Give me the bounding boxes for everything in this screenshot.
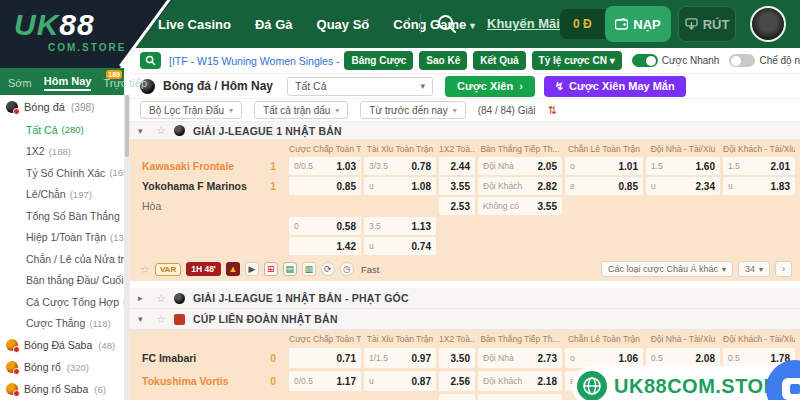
odds-cell[interactable]: 1.52.01 (723, 157, 795, 175)
history-clock-icon[interactable]: ◷ (340, 262, 354, 276)
filter-pill[interactable]: Từ trước đến nay▾ (360, 101, 465, 119)
ticker-button[interactable]: Sao Kê (419, 51, 467, 70)
odds-cell[interactable]: 1.42 (289, 237, 361, 255)
sidebar-item[interactable]: Tổng Số Bàn Thắng (163) (0, 205, 124, 227)
odds-cell[interactable]: u2.34 (646, 177, 720, 195)
filter-pill[interactable]: Bộ Lọc Trận Đấu▾ (140, 101, 242, 119)
favorite-star-icon[interactable]: ☆ (140, 263, 150, 276)
lucky-parlay-button[interactable]: ↯Cược Xiên May Mắn (544, 76, 686, 97)
league-header-jleague-cup[interactable]: ▾ ☆ CÚP LIÊN ĐOÀN NHẬT BẢN (130, 309, 800, 330)
odds-cell[interactable]: 2.44 (439, 157, 475, 175)
odds-cell[interactable]: 0/0.51.03 (289, 157, 361, 175)
live-tv-icon[interactable]: ▤ (283, 262, 297, 276)
pitch-view-icon[interactable]: ⊞ (264, 262, 278, 276)
tab-today[interactable]: Hôm Nay (44, 75, 92, 91)
promotions-link[interactable]: Khuyến Mãi (487, 16, 560, 31)
favorite-star-icon[interactable]: ☆ (156, 292, 166, 305)
next-markets-button[interactable]: › (775, 261, 792, 277)
user-avatar[interactable] (750, 6, 786, 42)
filter-pill[interactable]: Tất cả trận đấu▾ (254, 101, 348, 119)
sidebar-item[interactable]: Bàn thắng Đầu/ Cuối (109) (0, 270, 124, 292)
tab-early[interactable]: Sớm (8, 77, 32, 91)
odds-cell[interactable]: Đội Nhà2.73 (478, 348, 562, 368)
league-icon (174, 314, 185, 325)
collapse-icon[interactable]: ▾ (138, 314, 148, 324)
sidebar-item[interactable]: Cá Cược Tổng Hợp (819) (0, 291, 124, 313)
odds-cell[interactable]: u0.87 (364, 371, 436, 391)
sidebar-item[interactable]: Lẻ/Chẵn (197) (0, 184, 124, 206)
odds-cell[interactable]: 1/1.50.97 (364, 348, 436, 368)
odds-cell[interactable]: 1.51.60 (646, 157, 720, 175)
odds-cell[interactable]: Đội Khách2.18 (478, 371, 562, 391)
league-header-jleague[interactable]: ▾ ☆ GIẢI J-LEAGUE 1 NHẬT BẢN (130, 122, 800, 140)
nav-item[interactable]: Cổng Game ▾ (393, 17, 475, 32)
sidebar-item[interactable]: Tỷ Số Chính Xác (165) (0, 162, 124, 184)
odds-cell[interactable]: u1.83 (723, 177, 795, 195)
odds-cell[interactable]: 00.58 (289, 217, 361, 235)
odds-cell[interactable]: 3.50 (439, 348, 475, 368)
quick-bet-toggle[interactable] (632, 54, 658, 67)
odds-cell[interactable]: 0.52.08 (646, 348, 720, 368)
play-stream-icon[interactable]: ▶ (245, 262, 259, 276)
odds-cell[interactable]: 0/0.51.17 (289, 371, 361, 391)
chevron-down-icon: ▾ (722, 265, 726, 274)
sidebar-sport-item[interactable]: Bóng rổ Saba(6) (0, 378, 124, 400)
sidebar-item[interactable]: Cược Thắng (118) (0, 313, 124, 335)
odds-value: 1.08 (412, 181, 431, 192)
odds-cell[interactable]: 0.85 (289, 177, 361, 195)
odds-value: 1.17 (337, 376, 356, 387)
ticker-button[interactable]: Bảng Cược (344, 51, 413, 70)
sidebar-item[interactable]: Hiệp 1/Toàn Trận (137) (0, 227, 124, 249)
sidebar-sport-item[interactable]: Bóng Đá Saba(48) (0, 334, 124, 356)
odds-cell[interactable]: 2.33 (439, 394, 475, 400)
withdraw-button[interactable]: RÚT (678, 6, 736, 42)
odds-cell[interactable]: Không có3.35 (478, 394, 562, 400)
favorite-star-icon[interactable]: ☆ (156, 124, 166, 137)
ticker-button[interactable]: Tỷ lệ cược CN ▾ (532, 51, 622, 70)
favorite-star-icon[interactable]: ☆ (156, 313, 166, 326)
sidebar-item[interactable]: 1X2 (188) (0, 141, 124, 163)
odds-cell[interactable]: 2.53 (439, 197, 475, 215)
deposit-button[interactable]: NẠP (605, 6, 671, 42)
odds-value: 1.83 (771, 181, 790, 192)
expand-icon[interactable]: ▸ (138, 293, 148, 303)
sidebar: Bóng đá (398) Tất Cả (280) 1X2 (188) Tỷ … (0, 95, 124, 400)
ticker-button[interactable]: Kết Quả (473, 51, 525, 70)
nav-item[interactable]: Quay Số (317, 17, 370, 32)
nav-item[interactable]: Live Casino (158, 17, 231, 32)
odds-handicap-label: 0.5 (728, 353, 740, 363)
asia-markets-dropdown[interactable]: Các loại cược Châu Á khác▾ (601, 261, 733, 277)
odds-cell[interactable]: o1.06 (565, 348, 643, 368)
sidebar-item[interactable]: Chẵn / Lẻ của Nửa trận/... (136) (0, 248, 124, 270)
team-name: Tokushima Vortis (142, 375, 229, 387)
sort-icon[interactable]: ⇅ (547, 104, 554, 117)
odds-cell[interactable]: 3.51.13 (364, 217, 436, 235)
odds-cell[interactable]: Không có3.55 (478, 197, 562, 215)
odds-cell[interactable]: e0.85 (565, 177, 643, 195)
search-icon[interactable] (436, 13, 458, 35)
nav-item[interactable]: Đá Gà (255, 17, 293, 32)
market-filter-select[interactable]: Tất Cả▾ (287, 77, 433, 96)
collapse-icon[interactable]: ▾ (138, 126, 148, 136)
odds-value: 2.73 (538, 353, 557, 364)
odds-cell[interactable]: 3.55 (439, 177, 475, 195)
mode-toggle[interactable] (729, 54, 755, 67)
odds-cell[interactable]: u1.08 (364, 177, 436, 195)
sidebar-sport-football[interactable]: Bóng đá (398) (0, 95, 124, 119)
parlay-button[interactable]: Cược Xiên› (445, 76, 535, 97)
odds-cell[interactable]: Đội Khách2.82 (478, 177, 562, 195)
refresh-icon[interactable]: ⟳ (321, 262, 335, 276)
market-count-dropdown[interactable]: 34▾ (738, 261, 770, 277)
league-header-jleague-corners[interactable]: ▸ ☆ GIẢI J-LEAGUE 1 NHẬT BẢN - PHẠT GÓC (130, 288, 800, 309)
sidebar-item[interactable]: Tất Cả (280) (0, 119, 124, 141)
odds-cell[interactable]: 3/3.50.78 (364, 157, 436, 175)
odds-cell[interactable]: 0.71 (289, 348, 361, 368)
odds-cell[interactable]: 2.56 (439, 371, 475, 391)
sidebar-sport-item[interactable]: Bóng rổ(320) (0, 356, 124, 378)
tab-live[interactable]: Trực tiếp (103, 77, 147, 91)
stats-icon[interactable]: ▥ (302, 262, 316, 276)
odds-cell[interactable]: Đội Nhà2.05 (478, 157, 562, 175)
odds-cell[interactable]: o1.01 (565, 157, 643, 175)
scrollbar-thumb[interactable] (125, 95, 129, 157)
odds-cell[interactable]: u0.74 (364, 237, 436, 255)
